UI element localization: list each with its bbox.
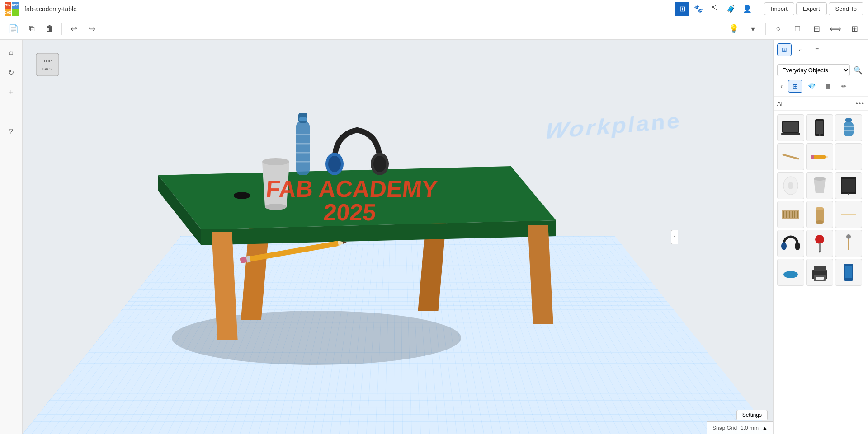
shape-toilet-paper[interactable] <box>777 172 804 199</box>
sidebar-header: ⊞ ⌐ ≡ Everyday Objects 🔍 ‹ ⊞ 💎 ▤ ✏ <box>774 40 868 97</box>
svg-point-24 <box>373 156 386 172</box>
zoom-in-button[interactable]: + <box>3 84 19 100</box>
user-button[interactable]: 👤 <box>740 2 755 16</box>
svg-point-67 <box>815 235 824 244</box>
svg-text:BACK: BACK <box>42 67 53 71</box>
shape-cylinder[interactable] <box>806 201 833 228</box>
left-sidebar: ⌂ ↻ + − ? <box>0 40 23 434</box>
undo-button[interactable]: ↩ <box>66 21 82 37</box>
light-dropdown[interactable]: ▾ <box>745 21 761 37</box>
shape-row-5 <box>777 230 864 257</box>
svg-point-65 <box>781 242 787 250</box>
align-tool[interactable]: ⊞ <box>846 21 863 37</box>
corner-tab[interactable]: ⌐ <box>793 43 808 56</box>
notes-tab[interactable]: ≡ <box>810 43 824 56</box>
svg-point-22 <box>328 156 341 172</box>
shape-row-1 <box>777 114 864 141</box>
shapes-tab[interactable]: ⊞ <box>777 43 792 56</box>
shape-matchstick[interactable] <box>835 230 862 257</box>
filter-color[interactable]: ✏ <box>837 80 851 93</box>
shape-empty <box>835 143 862 170</box>
logo-tl: TIN <box>5 2 11 9</box>
paw-button[interactable]: 🐾 <box>691 2 706 16</box>
shape-row-2 <box>777 143 864 170</box>
circle-tool[interactable]: ○ <box>770 21 787 37</box>
svg-point-72 <box>783 271 798 278</box>
svg-rect-78 <box>845 266 852 278</box>
svg-rect-43 <box>782 154 799 160</box>
filter-featured[interactable]: 💎 <box>804 80 819 93</box>
svg-point-66 <box>795 242 800 250</box>
delete-button[interactable]: 🗑 <box>42 21 58 37</box>
svg-point-71 <box>846 234 851 239</box>
shape-phone2[interactable] <box>835 259 862 286</box>
svg-point-62 <box>816 207 824 210</box>
shape-pin[interactable] <box>806 230 833 257</box>
shape-phone[interactable] <box>806 114 833 141</box>
snap-grid-dropdown[interactable]: ▲ <box>762 425 768 431</box>
shape-laptop[interactable] <box>777 114 804 141</box>
filter-bars[interactable]: ▤ <box>821 80 835 93</box>
more-button[interactable]: ••• <box>855 99 864 107</box>
shape-stick[interactable] <box>777 143 804 170</box>
shape-oval[interactable] <box>777 259 804 286</box>
pickaxe-button[interactable]: ⛏ <box>708 2 722 16</box>
suitcase-button[interactable]: 🧳 <box>724 2 738 16</box>
search-button[interactable]: 🔍 <box>852 64 864 76</box>
grid-tool[interactable]: ⊟ <box>808 21 825 37</box>
shape-mat[interactable] <box>777 201 804 228</box>
grid-view-button[interactable]: ⊞ <box>675 2 689 16</box>
logo-br <box>12 9 19 16</box>
filter-prev-button[interactable]: ‹ <box>777 80 786 93</box>
toolbar-right: 💡 ▾ ○ □ ⊟ ⟺ ⊞ <box>726 21 863 37</box>
svg-point-19 <box>262 158 289 165</box>
svg-rect-68 <box>819 243 821 251</box>
topbar: TIN KER CAD fab-academy-table ⊞ 🐾 ⛏ 🧳 👤 … <box>0 0 868 18</box>
import-button[interactable]: Import <box>764 2 794 15</box>
project-title: fab-academy-table <box>24 5 77 13</box>
category-select[interactable]: Everyday Objects <box>777 64 850 76</box>
panel-toggle-button[interactable]: › <box>671 230 678 244</box>
zoom-out-button[interactable]: − <box>3 104 19 120</box>
home-nav-button[interactable]: ⌂ <box>3 44 19 61</box>
svg-text:FAB ACADEMY: FAB ACADEMY <box>265 176 439 202</box>
svg-rect-11 <box>296 121 310 175</box>
shape-cup[interactable] <box>806 172 833 199</box>
shape-printer[interactable] <box>806 259 833 286</box>
shape-bottle[interactable] <box>835 114 862 141</box>
svg-rect-34 <box>783 122 798 132</box>
redo-button[interactable]: ↪ <box>84 21 100 37</box>
topbar-right-buttons: ⊞ 🐾 ⛏ 🧳 👤 Import Export Send To <box>675 2 863 16</box>
toolbar-separator-1 <box>61 23 62 35</box>
new-button[interactable]: 📄 <box>5 21 22 37</box>
svg-text:2025: 2025 <box>322 199 377 225</box>
svg-rect-40 <box>844 122 854 136</box>
svg-rect-64 <box>841 214 856 215</box>
help-button[interactable]: ? <box>3 124 19 140</box>
shape-headphones[interactable] <box>777 230 804 257</box>
svg-rect-61 <box>816 209 824 222</box>
shape-row-4 <box>777 201 864 228</box>
rotate-nav-button[interactable]: ↻ <box>3 64 19 80</box>
svg-point-3 <box>172 311 461 365</box>
send-to-button[interactable]: Send To <box>829 2 863 15</box>
shapes-grid <box>774 111 868 434</box>
svg-rect-37 <box>816 121 823 134</box>
export-button[interactable]: Export <box>796 2 827 15</box>
rect-tool[interactable]: □ <box>789 21 806 37</box>
copy-button[interactable]: ⧉ <box>24 21 40 37</box>
svg-rect-76 <box>816 277 824 280</box>
shape-pencil[interactable] <box>806 143 833 170</box>
view-cube[interactable]: TOP BACK <box>32 49 63 80</box>
svg-rect-54 <box>782 210 799 219</box>
shape-tablet[interactable] <box>835 172 862 199</box>
svg-rect-74 <box>814 266 826 271</box>
viewport[interactable]: Workplane TOP BACK <box>23 40 773 434</box>
svg-rect-35 <box>781 133 800 135</box>
mirror-tool[interactable]: ⟺ <box>827 21 844 37</box>
filter-all-shapes[interactable]: ⊞ <box>788 80 802 93</box>
light-button[interactable]: 💡 <box>726 21 742 37</box>
settings-button[interactable]: Settings <box>736 410 768 420</box>
svg-rect-46 <box>811 155 814 159</box>
shape-stick2[interactable] <box>835 201 862 228</box>
